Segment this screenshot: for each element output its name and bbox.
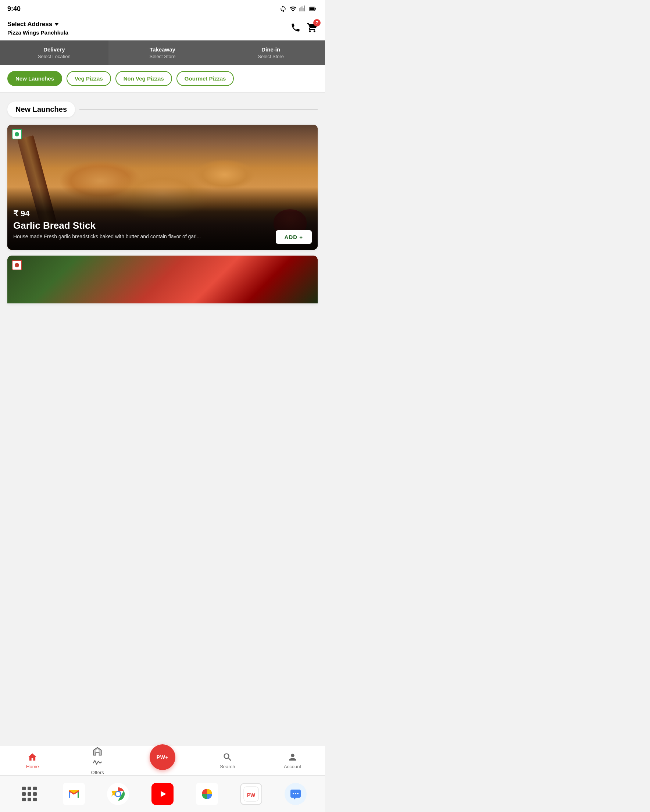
second-card-image <box>8 256 317 304</box>
section-header: New Launches <box>8 102 317 117</box>
header-left: Select Address Pizza Wings Panchkula <box>8 21 69 36</box>
non-veg-indicator <box>12 260 22 270</box>
category-new-launches[interactable]: New Launches <box>8 71 62 86</box>
select-address-label: Select Address <box>8 21 52 28</box>
section-divider <box>79 109 317 110</box>
food-card-overlay: ₹ 94 Garlic Bread Stick House made Fresh… <box>8 187 317 250</box>
svg-rect-1 <box>315 8 316 9</box>
category-bar: New Launches Veg Pizzas Non Veg Pizzas G… <box>0 65 325 93</box>
order-tab-dinein[interactable]: Dine-in Select Store <box>217 40 325 65</box>
header: Select Address Pizza Wings Panchkula 7 <box>0 18 325 40</box>
category-gourmet-pizzas[interactable]: Gourmet Pizzas <box>177 71 234 86</box>
cart-badge: 7 <box>313 19 320 26</box>
food-card-second <box>8 256 317 304</box>
main-content: New Launches ₹ 94 Garlic Bread Stick Hou… <box>0 93 325 377</box>
phone-button[interactable] <box>290 23 301 34</box>
category-non-veg-pizzas[interactable]: Non Veg Pizzas <box>116 71 172 86</box>
food-name: Garlic Bread Stick <box>13 220 312 231</box>
veg-indicator <box>12 129 22 139</box>
cart-button[interactable]: 7 <box>307 22 317 35</box>
status-bar: 9:40 <box>0 0 325 18</box>
header-right: 7 <box>290 22 317 35</box>
dinein-sub: Select Store <box>220 53 321 60</box>
svg-rect-2 <box>310 8 315 10</box>
order-tab-delivery[interactable]: Delivery Select Location <box>0 40 108 65</box>
restaurant-name: Pizza Wings Panchkula <box>8 29 69 36</box>
battery-icon <box>308 5 317 12</box>
add-button[interactable]: ADD + <box>276 230 312 244</box>
food-description: House made Fresh garlic breadsticks bake… <box>13 234 312 240</box>
dinein-label: Dine-in <box>220 46 321 53</box>
food-image-container: ₹ 94 Garlic Bread Stick House made Fresh… <box>8 125 317 250</box>
status-time: 9:40 <box>8 5 21 13</box>
delivery-label: Delivery <box>4 46 105 53</box>
status-icons <box>279 5 317 12</box>
takeaway-sub: Select Store <box>112 53 213 60</box>
takeaway-label: Takeaway <box>112 46 213 53</box>
dropdown-arrow-icon <box>54 23 59 26</box>
signal-icon <box>299 5 306 12</box>
food-card-garlic-bread: ₹ 94 Garlic Bread Stick House made Fresh… <box>8 125 317 250</box>
order-tab-takeaway[interactable]: Takeaway Select Store <box>108 40 217 65</box>
select-address[interactable]: Select Address <box>8 21 69 28</box>
order-type-bar: Delivery Select Location Takeaway Select… <box>0 40 325 65</box>
category-veg-pizzas[interactable]: Veg Pizzas <box>67 71 111 86</box>
sync-icon <box>279 5 287 12</box>
section-title: New Launches <box>8 102 75 117</box>
food-price: ₹ 94 <box>13 209 312 218</box>
delivery-sub: Select Location <box>4 53 105 60</box>
wifi-icon <box>289 5 297 12</box>
